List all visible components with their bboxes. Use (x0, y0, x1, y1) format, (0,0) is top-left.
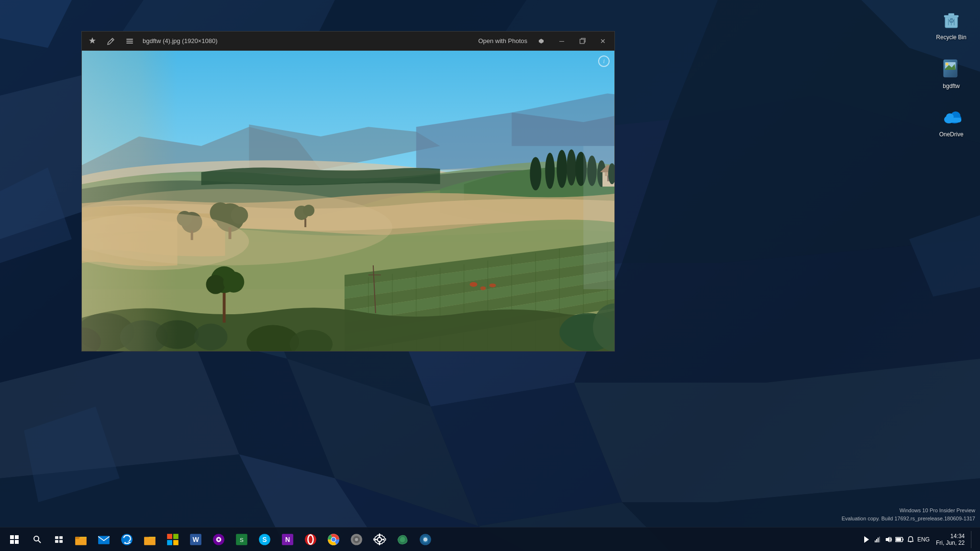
titlebar-left-controls: bgdftw (4).jpg (1920×1080) (87, 35, 217, 47)
svg-point-123 (34, 536, 39, 541)
pin-button[interactable] (87, 35, 98, 47)
svg-rect-158 (379, 534, 380, 537)
show-desktop-button[interactable] (971, 531, 973, 548)
svg-point-109 (223, 272, 244, 293)
svg-rect-161 (382, 539, 384, 540)
titlebar-right-controls: Open with Photos ─ ✕ (478, 34, 610, 48)
svg-text:♻: ♻ (948, 17, 955, 24)
taskbar-app-settings[interactable] (368, 528, 391, 551)
svg-rect-171 (902, 539, 903, 540)
taskbar-app-8[interactable] (391, 528, 414, 551)
maximize-window-button[interactable] (535, 34, 548, 48)
start-button[interactable] (2, 528, 26, 551)
taskbar-app-skype[interactable]: S (253, 528, 276, 551)
desktop-icons-area: ♻ Recycle Bin (923, 0, 980, 146)
taskbar-app-opera[interactable] (299, 528, 322, 551)
svg-rect-172 (896, 538, 901, 540)
desktop-icon-bgdftw[interactable]: bgdftw (930, 54, 973, 93)
system-time: 14:34 (950, 533, 965, 540)
language-indicator[interactable]: ENG (917, 536, 930, 543)
svg-point-41 (946, 63, 948, 66)
taskbar: W S S (0, 527, 980, 551)
view-list-button[interactable] (124, 35, 135, 47)
taskbar-app-word[interactable]: W (184, 528, 207, 551)
photo-viewer-window: bgdftw (4).jpg (1920×1080) Open with Pho… (81, 31, 615, 352)
svg-rect-118 (583, 146, 614, 289)
svg-point-110 (470, 282, 478, 287)
system-date: Fri, Jun, 22 (936, 540, 965, 546)
svg-point-156 (355, 538, 358, 540)
svg-rect-125 (55, 536, 58, 539)
minimize-button[interactable]: ─ (555, 34, 568, 48)
taskbar-app-mail[interactable] (92, 528, 115, 551)
desktop: ♻ Recycle Bin (0, 0, 980, 551)
action-center-icon[interactable] (906, 535, 915, 544)
taskbar-system-tray: ENG 14:34 Fri, Jun, 22 (862, 531, 978, 548)
svg-point-111 (480, 287, 486, 290)
svg-rect-160 (374, 539, 377, 540)
build-info-line1: Windows 10 Pro Insider Preview (842, 507, 975, 515)
viewer-image-area: i (82, 51, 614, 351)
taskbar-apps: W S S (69, 528, 437, 551)
svg-text:S: S (262, 536, 267, 543)
svg-point-63 (567, 149, 576, 186)
svg-rect-133 (144, 537, 156, 545)
taskbar-app-edge[interactable] (115, 528, 138, 551)
battery-icon[interactable] (895, 535, 904, 544)
svg-point-112 (489, 284, 496, 287)
svg-text:S: S (240, 537, 244, 543)
system-clock[interactable]: 14:34 Fri, Jun, 22 (932, 533, 969, 546)
svg-rect-120 (15, 535, 19, 539)
svg-marker-164 (864, 536, 869, 543)
info-button[interactable]: i (598, 55, 610, 67)
taskbar-search-button[interactable] (26, 528, 48, 551)
taskbar-app-file-explorer[interactable] (69, 528, 92, 551)
taskbar-app-6[interactable]: S (230, 528, 253, 551)
taskbar-app-store[interactable] (161, 528, 184, 551)
show-hidden-icons-button[interactable] (862, 535, 871, 544)
svg-rect-166 (876, 539, 877, 542)
svg-rect-46 (945, 118, 961, 122)
svg-rect-50 (580, 39, 584, 44)
svg-point-108 (206, 275, 225, 294)
recycle-bin-icon: ♻ (939, 7, 964, 32)
svg-rect-128 (59, 540, 63, 543)
svg-point-60 (530, 157, 541, 190)
svg-rect-126 (59, 536, 63, 539)
taskbar-app-7[interactable] (345, 528, 368, 551)
taskbar-app-file-explorer-2[interactable] (138, 528, 161, 551)
svg-text:N: N (285, 536, 290, 543)
svg-point-61 (545, 153, 555, 189)
taskbar-app-chrome[interactable] (322, 528, 345, 551)
svg-rect-159 (379, 542, 380, 544)
network-icon[interactable] (873, 535, 882, 544)
edit-button[interactable] (105, 35, 117, 47)
desktop-icon-recycle-bin[interactable]: ♻ Recycle Bin (930, 5, 973, 44)
build-info: Windows 10 Pro Insider Preview Evaluatio… (842, 507, 975, 522)
taskbar-app-9[interactable] (414, 528, 437, 551)
restore-button[interactable] (576, 34, 589, 48)
build-info-line2: Evaluation copy. Build 17692.rs_prerelea… (842, 515, 975, 523)
taskbar-app-groove[interactable] (207, 528, 230, 551)
task-view-button[interactable] (48, 528, 69, 551)
svg-point-142 (218, 538, 220, 540)
desktop-icon-onedrive[interactable]: OneDrive (930, 102, 973, 141)
svg-rect-119 (10, 535, 14, 539)
volume-icon[interactable] (884, 535, 893, 544)
svg-rect-168 (879, 537, 880, 542)
svg-point-157 (378, 537, 382, 541)
bgdftw-label: bgdftw (943, 83, 959, 90)
bgdftw-icon (939, 56, 964, 81)
svg-rect-127 (55, 540, 58, 543)
svg-line-124 (38, 540, 41, 543)
landscape-image (82, 51, 614, 351)
svg-rect-130 (75, 537, 79, 539)
svg-rect-49 (126, 43, 133, 44)
open-with-photos-link[interactable]: Open with Photos (478, 37, 527, 44)
taskbar-app-onenote[interactable]: N (276, 528, 299, 551)
svg-point-163 (423, 537, 428, 541)
svg-rect-122 (15, 540, 19, 544)
close-button[interactable]: ✕ (596, 34, 610, 48)
svg-rect-134 (167, 534, 172, 539)
svg-rect-47 (126, 39, 133, 40)
